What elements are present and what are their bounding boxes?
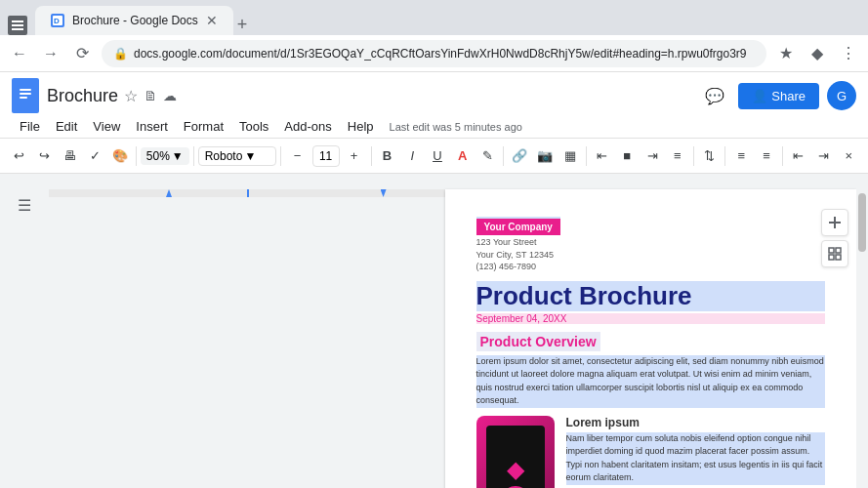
svg-rect-8 xyxy=(20,97,27,99)
toolbar-divider-5 xyxy=(503,146,504,166)
font-size-input[interactable] xyxy=(312,145,340,167)
user-avatar[interactable]: G xyxy=(827,81,856,110)
menu-addons[interactable]: Add-ons xyxy=(276,115,339,138)
zoom-selector[interactable]: 50% ▼ xyxy=(141,147,189,165)
bold-button[interactable]: B xyxy=(376,143,399,169)
italic-button[interactable]: I xyxy=(400,143,424,169)
font-size-area: − + xyxy=(285,143,367,169)
drawing-button[interactable]: ▦ xyxy=(558,143,582,169)
align-justify-button[interactable]: ≡ xyxy=(666,143,689,169)
phone-image: ◆ 📞 xyxy=(476,416,555,488)
star-icon[interactable]: ☆ xyxy=(124,87,138,105)
browser-chrome: D Brochure - Google Docs ✕ + ← → ⟳ 🔒 doc… xyxy=(0,0,868,72)
share-icon: 👤 xyxy=(752,89,767,103)
spell-check-button[interactable]: ✓ xyxy=(83,143,106,169)
align-left-button[interactable]: ⇤ xyxy=(591,143,614,169)
browser-settings-icon[interactable]: ⋮ xyxy=(837,42,860,65)
font-selector[interactable]: Roboto ▼ xyxy=(198,146,276,166)
left-sidebar: ☰ xyxy=(0,174,49,488)
cloud-icon[interactable]: ☁ xyxy=(163,88,177,103)
document-title: Product Brochure xyxy=(476,281,825,311)
svg-rect-7 xyxy=(20,93,31,95)
underline-button[interactable]: U xyxy=(426,143,449,169)
print-button[interactable]: 🖶 xyxy=(59,143,82,169)
add-row-button[interactable] xyxy=(821,209,848,236)
document-date: September 04, 20XX xyxy=(476,313,825,324)
lock-icon: 🔒 xyxy=(113,47,128,61)
scrollbar[interactable] xyxy=(856,174,868,488)
drive-icon[interactable]: 🗎 xyxy=(144,88,157,103)
align-right-button[interactable]: ⇥ xyxy=(641,143,664,169)
text-color-button[interactable]: A xyxy=(451,143,475,169)
tab-close-icon[interactable]: ✕ xyxy=(206,13,218,28)
menu-insert[interactable]: Insert xyxy=(128,115,176,138)
back-button[interactable]: ← xyxy=(8,42,31,65)
toolbar-divider-1 xyxy=(136,146,137,166)
company-name-text: Your Company xyxy=(476,219,560,235)
svg-rect-11 xyxy=(829,248,834,253)
toolbar-divider-2 xyxy=(193,146,194,166)
share-button[interactable]: 👤 Share xyxy=(738,83,819,109)
comment-button[interactable]: 💬 xyxy=(699,80,730,111)
numbered-list-button[interactable]: ≡ xyxy=(755,143,778,169)
svg-rect-0 xyxy=(12,20,23,22)
docs-logo xyxy=(12,78,39,113)
menu-format[interactable]: Format xyxy=(176,115,231,138)
redo-button[interactable]: ↪ xyxy=(33,143,57,169)
document-content-area[interactable]: Your Company 123 Your Street Your City, … xyxy=(49,174,856,488)
font-size-decrease-button[interactable]: − xyxy=(285,143,310,169)
paint-format-button[interactable]: 🎨 xyxy=(108,143,132,169)
toolbar-divider-3 xyxy=(280,146,281,166)
menubar: File Edit View Insert Format Tools Add-o… xyxy=(12,115,856,138)
address-line1: 123 Your Street xyxy=(476,237,537,247)
new-tab-icon[interactable]: + xyxy=(237,15,248,35)
forward-button[interactable]: → xyxy=(39,42,62,65)
toolbar-divider-7 xyxy=(693,146,694,166)
menu-tools[interactable]: Tools xyxy=(231,115,276,138)
toolbar-divider-9 xyxy=(782,146,783,166)
decrease-indent-button[interactable]: ⇤ xyxy=(787,143,810,169)
zoom-value: 50% xyxy=(146,149,170,163)
docs-title: Brochure xyxy=(47,86,118,106)
section1-heading: Product Overview xyxy=(476,332,600,351)
menu-edit[interactable]: Edit xyxy=(48,115,85,138)
align-center-button[interactable]: ■ xyxy=(615,143,639,169)
svg-rect-2 xyxy=(12,28,23,30)
font-size-increase-button[interactable]: + xyxy=(342,143,367,169)
last-edit-text: Last edit was 5 minutes ago xyxy=(390,121,522,133)
zoom-chevron-icon: ▼ xyxy=(172,149,184,163)
col2-body: Nam liber tempor cum soluta nobis eleife… xyxy=(566,432,825,485)
url-text: docs.google.com/document/d/1Sr3EGOQaY_cC… xyxy=(134,47,747,61)
two-column-section: ◆ 📞 Lorem ipsum Nam liber tempor cum sol… xyxy=(476,416,825,488)
bullets-button[interactable]: ≡ xyxy=(729,143,753,169)
outline-button[interactable]: ☰ xyxy=(9,189,40,221)
undo-button[interactable]: ↩ xyxy=(8,143,31,169)
toolbar: ↩ ↪ 🖶 ✓ 🎨 50% ▼ Roboto ▼ − + B I U A ✎ 🔗… xyxy=(0,139,868,174)
menu-view[interactable]: View xyxy=(85,115,128,138)
svg-rect-6 xyxy=(20,89,31,91)
active-tab[interactable]: D Brochure - Google Docs ✕ xyxy=(35,6,233,35)
bookmark-icon[interactable]: ★ xyxy=(774,42,798,65)
image-resize-button[interactable] xyxy=(821,240,848,267)
share-label: Share xyxy=(771,89,806,103)
toolbar-divider-8 xyxy=(724,146,725,166)
clear-formatting-button[interactable]: × xyxy=(837,143,860,169)
svg-rect-5 xyxy=(17,85,34,106)
svg-rect-1 xyxy=(12,24,23,26)
menu-file[interactable]: File xyxy=(12,115,48,138)
url-bar[interactable]: 🔒 docs.google.com/document/d/1Sr3EGOQaY_… xyxy=(102,40,766,67)
line-spacing-button[interactable]: ⇅ xyxy=(698,143,722,169)
address-bar: ← → ⟳ 🔒 docs.google.com/document/d/1Sr3E… xyxy=(0,35,868,72)
font-chevron-icon: ▼ xyxy=(244,149,256,163)
reload-button[interactable]: ⟳ xyxy=(70,42,94,65)
browser-menu-icon[interactable] xyxy=(8,16,27,35)
menu-help[interactable]: Help xyxy=(340,115,382,138)
increase-indent-button[interactable]: ⇥ xyxy=(812,143,836,169)
image-button[interactable]: 📷 xyxy=(533,143,557,169)
highlight-button[interactable]: ✎ xyxy=(476,143,500,169)
section1-body: Lorem ipsum dolor sit amet, consectetur … xyxy=(476,355,825,408)
svg-text:D: D xyxy=(54,17,60,25)
link-button[interactable]: 🔗 xyxy=(508,143,531,169)
svg-rect-13 xyxy=(829,255,834,260)
extensions-icon[interactable]: ◆ xyxy=(806,42,829,65)
